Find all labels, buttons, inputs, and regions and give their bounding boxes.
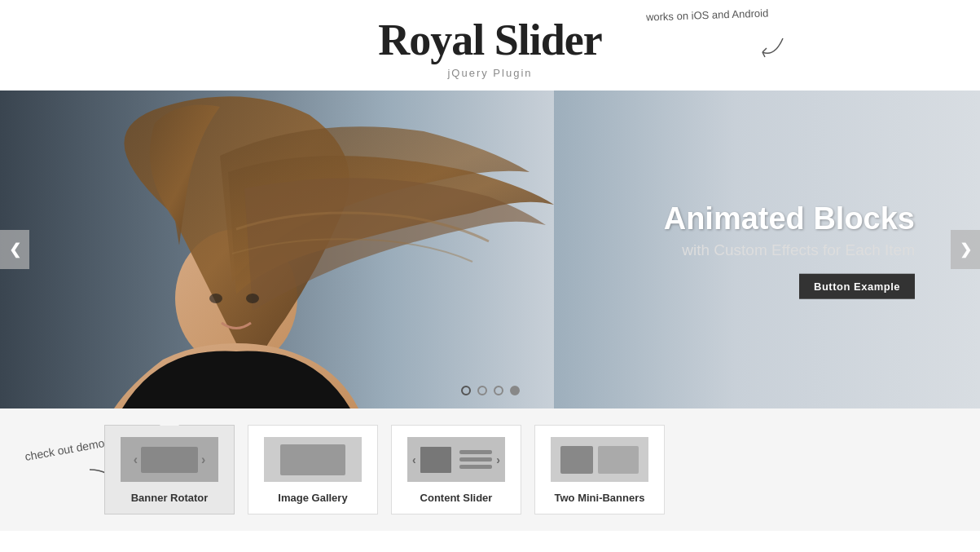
banner-rotator-icon: ‹ › bbox=[121, 437, 218, 482]
slider-button[interactable]: Button Example bbox=[799, 273, 915, 298]
slider-dot-1[interactable] bbox=[461, 386, 471, 395]
gallery-inner-block bbox=[280, 444, 345, 475]
check-out-label: check out demos bbox=[24, 434, 112, 466]
content-slider-label: Content Slider bbox=[420, 492, 493, 504]
chevron-right-icon: ❯ bbox=[960, 241, 972, 258]
two-mini-banners-label: Two Mini-Banners bbox=[555, 492, 645, 504]
svg-point-4 bbox=[209, 294, 222, 303]
demo-card-image-gallery[interactable]: Image Gallery bbox=[248, 425, 378, 514]
bracket-left-icon: ‹ bbox=[134, 453, 138, 467]
mini-banners-icon bbox=[551, 437, 648, 482]
demo-card-two-mini-banners[interactable]: Two Mini-Banners bbox=[534, 425, 665, 514]
slider-subheading: with Custom Effects for Each Item bbox=[664, 241, 915, 258]
handwritten-arrow-icon bbox=[758, 34, 791, 59]
bracket-right-icon: › bbox=[201, 453, 205, 467]
content-slider-icon: ‹ › bbox=[407, 437, 505, 482]
pointer-triangle bbox=[160, 413, 179, 426]
mini-banner-box-2 bbox=[598, 446, 639, 474]
slider-dot-4[interactable] bbox=[510, 386, 520, 395]
subtitle-text: jQuery Plugin bbox=[0, 67, 980, 79]
demo-section: check out demos ‹ › Banner Rotator Image… bbox=[0, 408, 980, 531]
title-text: Royal Slider bbox=[378, 15, 602, 65]
woman-photo bbox=[0, 91, 554, 408]
slider-next-button[interactable]: ❯ bbox=[951, 230, 980, 269]
content-line-2 bbox=[459, 457, 492, 461]
svg-point-5 bbox=[246, 294, 259, 303]
slider-dot-3[interactable] bbox=[494, 386, 503, 395]
content-lines bbox=[459, 450, 492, 469]
image-gallery-label: Image Gallery bbox=[278, 492, 347, 504]
main-slider: Animated Blocks with Custom Effects for … bbox=[0, 91, 980, 408]
banner-rotator-label: Banner Rotator bbox=[131, 492, 209, 504]
mini-banner-box-1 bbox=[560, 446, 593, 474]
content-line-3 bbox=[459, 465, 492, 469]
site-title: Royal Slider bbox=[0, 15, 980, 65]
slider-text-overlay: Animated Blocks with Custom Effects for … bbox=[664, 201, 915, 299]
content-line-1 bbox=[459, 450, 492, 454]
slider-dot-2[interactable] bbox=[477, 386, 487, 395]
bracket-right2-icon: › bbox=[496, 453, 500, 466]
banner-inner-block bbox=[141, 447, 198, 473]
demo-card-banner-rotator[interactable]: ‹ › Banner Rotator bbox=[104, 425, 235, 514]
page-header: works on iOS and Android Royal Slider jQ… bbox=[0, 0, 980, 91]
slider-heading: Animated Blocks bbox=[664, 201, 915, 238]
content-box-block bbox=[420, 447, 451, 473]
demo-card-content-slider[interactable]: ‹ › Content Slider bbox=[391, 425, 521, 514]
bracket-left2-icon: ‹ bbox=[412, 453, 416, 466]
slider-dots bbox=[461, 386, 520, 395]
image-gallery-icon bbox=[264, 437, 362, 482]
chevron-left-icon: ❮ bbox=[9, 241, 21, 258]
slider-prev-button[interactable]: ❮ bbox=[0, 230, 29, 269]
